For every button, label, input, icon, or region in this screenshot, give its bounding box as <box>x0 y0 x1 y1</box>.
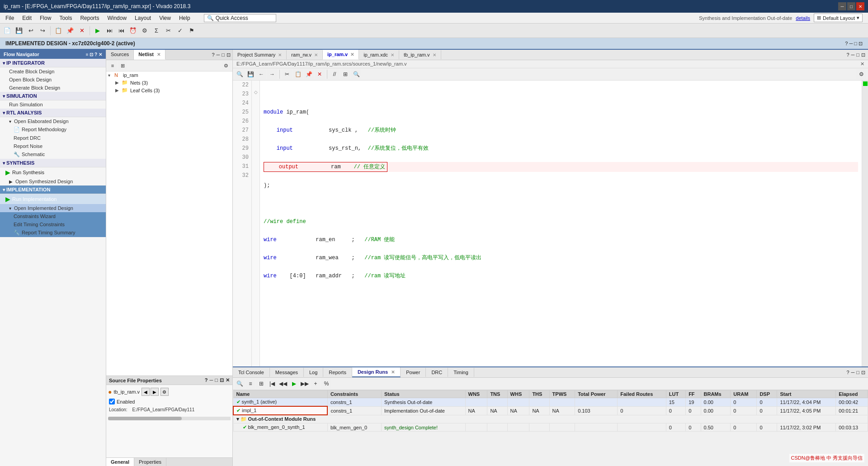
nav-edit-timing[interactable]: Edit Timing Constraints <box>0 220 106 228</box>
cut-btn[interactable]: ✂ <box>163 25 174 36</box>
nav-run-implementation[interactable]: ▶ Run Implementation <box>0 194 106 204</box>
ed-back-btn[interactable]: ← <box>256 69 266 79</box>
sources-max-icon[interactable]: □ <box>222 52 225 57</box>
nav-create-block-design[interactable]: Create Block Design <box>0 67 106 76</box>
bot-tab-design-runs[interactable]: Design Runs ✕ <box>352 367 401 377</box>
nav-constraints-wizard[interactable]: Constraints Wizard <box>0 212 106 220</box>
tab-netlist[interactable]: Netlist ✕ <box>134 50 165 60</box>
nav-open-synthesized[interactable]: ▶ Open Synthesized Design <box>0 177 106 185</box>
step-button[interactable]: ⏭ <box>104 25 115 36</box>
run-button[interactable]: ▶ <box>92 25 103 36</box>
bottom-help-icon[interactable]: ? <box>846 370 849 375</box>
close-button[interactable]: ✕ <box>856 2 864 10</box>
sources-help-icon[interactable]: ? <box>212 52 214 57</box>
nav-section-synth-header[interactable]: ▾ SYNTHESIS <box>0 159 106 167</box>
ed-comment-btn[interactable]: // <box>330 69 340 79</box>
bot-collapse-btn[interactable]: ≡ <box>245 379 255 389</box>
clock-button[interactable]: ⏰ <box>127 25 138 36</box>
sources-expand-btn[interactable]: ⊞ <box>118 61 127 70</box>
check-button[interactable]: ✓ <box>175 25 185 36</box>
ed-forward-btn[interactable]: → <box>267 69 277 79</box>
nav-section-impl-header[interactable]: ▾ IMPLEMENTATION <box>0 185 106 194</box>
tree-nets[interactable]: ▶ 📁 Nets (3) <box>106 79 232 86</box>
bot-add-btn[interactable]: + <box>311 379 321 389</box>
menu-tools[interactable]: Tools <box>56 14 75 22</box>
undo-button[interactable]: ↩ <box>25 25 36 36</box>
sfp-enabled-checkbox[interactable] <box>109 399 115 404</box>
editor-tab-xdc[interactable]: ip_ram.xdc ✕ <box>359 50 399 59</box>
flag-button[interactable]: ⚑ <box>186 25 197 36</box>
details-link[interactable]: details <box>796 15 810 21</box>
bot-search-btn[interactable]: 🔍 <box>235 379 245 389</box>
menu-flow[interactable]: Flow <box>36 14 55 22</box>
sfp-float-icon[interactable]: ⊡ <box>220 377 224 383</box>
sum-button[interactable]: Σ <box>151 25 162 36</box>
sfp-close-icon[interactable]: ✕ <box>226 377 230 383</box>
copy-button[interactable]: 📋 <box>53 25 64 36</box>
sources-gear-btn[interactable]: ⚙ <box>222 61 231 70</box>
editor-float-icon[interactable]: ⊡ <box>861 52 865 58</box>
bot-percent-btn[interactable]: % <box>321 379 331 389</box>
bot-next-btn[interactable]: ▶▶ <box>300 379 310 389</box>
table-row-synth1[interactable]: ✔ synth_1 (active) constrs_1 Synthesis O… <box>233 398 868 407</box>
minimize-button[interactable]: ─ <box>838 2 846 10</box>
ed-settings-btn[interactable]: ⚙ <box>856 69 866 79</box>
sfp-tab-general[interactable]: General <box>106 458 134 466</box>
nav-open-block-design[interactable]: Open Block Design <box>0 76 106 84</box>
editor-tab-xdc-close[interactable]: ✕ <box>391 52 394 57</box>
editor-max-icon[interactable]: □ <box>856 52 859 58</box>
table-row-blkmem[interactable]: ✔ blk_mem_gen_0_synth_1 blk_mem_gen_0 sy… <box>233 423 868 432</box>
info-help-icon[interactable]: ? ─ □ ⊡ <box>845 41 863 47</box>
ed-copy-btn[interactable]: 📋 <box>293 69 303 79</box>
sources-min-icon[interactable]: ─ <box>217 52 220 57</box>
nav-open-implemented[interactable]: ▾ Open Implemented Design <box>0 204 106 212</box>
menu-layout[interactable]: Layout <box>131 14 155 22</box>
editor-min-icon[interactable]: ─ <box>851 52 855 58</box>
bot-tab-messages[interactable]: Messages <box>270 368 304 377</box>
ed-delete-btn[interactable]: ✕ <box>315 69 325 79</box>
new-file-button[interactable]: 📄 <box>2 25 13 36</box>
settings-button[interactable]: ⚙ <box>139 25 150 36</box>
bot-tab-drc[interactable]: DRC <box>426 368 448 377</box>
nav-generate-block-design[interactable]: Generate Block Design <box>0 84 106 92</box>
bot-first-btn[interactable]: |◀ <box>267 379 277 389</box>
editor-tab-tb[interactable]: tb_ip_ram.v ✕ <box>399 50 441 59</box>
nav-run-simulation[interactable]: Run Simulation <box>0 100 106 109</box>
bot-run-btn[interactable]: ▶ <box>289 379 299 389</box>
nav-open-elaborated[interactable]: ▾ Open Elaborated Design <box>0 117 106 125</box>
sfp-max-icon[interactable]: □ <box>215 377 218 383</box>
sfp-next-btn[interactable]: ▶ <box>151 388 159 396</box>
table-row-oocontext[interactable]: ▾ 📁 Out-of-Context Module Runs <box>233 415 868 423</box>
editor-close-path[interactable]: ✕ <box>860 61 864 67</box>
menu-edit[interactable]: Edit <box>19 14 35 22</box>
bot-expand-btn[interactable]: ⊞ <box>256 379 266 389</box>
redo-button[interactable]: ↪ <box>37 25 48 36</box>
reset-button[interactable]: ⏮ <box>116 25 127 36</box>
bottom-min-icon[interactable]: ─ <box>851 370 855 375</box>
design-runs-close[interactable]: ✕ <box>391 370 395 375</box>
bottom-float-icon[interactable]: ⊡ <box>861 370 865 376</box>
editor-tab-ram-rw[interactable]: ram_rw.v ✕ <box>287 50 323 59</box>
ed-paste-btn[interactable]: 📌 <box>304 69 314 79</box>
layout-selector[interactable]: ⊞ Default Layout ▾ <box>814 14 863 22</box>
nav-report-methodology[interactable]: 📄Report Methodology <box>0 125 106 134</box>
ed-save-btn[interactable]: 💾 <box>245 69 255 79</box>
sfp-min-icon[interactable]: ─ <box>210 377 213 383</box>
table-row-impl1[interactable]: ✔ impl_1 constrs_1 Implementation Out-of… <box>233 406 868 415</box>
maximize-button[interactable]: □ <box>847 2 855 10</box>
nav-report-timing[interactable]: 🔧Report Timing Summary <box>0 228 106 237</box>
save-button[interactable]: 💾 <box>14 25 24 36</box>
bottom-max-icon[interactable]: □ <box>856 370 859 375</box>
delete-button[interactable]: ✕ <box>76 25 87 36</box>
editor-tab-ramrw-close[interactable]: ✕ <box>314 52 318 57</box>
sources-collapse-btn[interactable]: ≡ <box>108 61 117 70</box>
sfp-tab-properties[interactable]: Properties <box>134 458 166 466</box>
menu-help[interactable]: Help <box>175 14 194 22</box>
quick-access-bar[interactable]: 🔍 Quick Access <box>204 14 276 22</box>
ed-search-btn[interactable]: 🔍 <box>235 69 245 79</box>
editor-tab-project-close[interactable]: ✕ <box>278 52 282 57</box>
editor-tab-ip-ram[interactable]: ip_ram.v ✕ <box>323 50 359 60</box>
nav-section-ip-header[interactable]: ▾ IP INTEGRATOR <box>0 59 106 67</box>
editor-tab-ipram-close[interactable]: ✕ <box>350 52 354 57</box>
bot-tab-reports[interactable]: Reports <box>323 368 352 377</box>
